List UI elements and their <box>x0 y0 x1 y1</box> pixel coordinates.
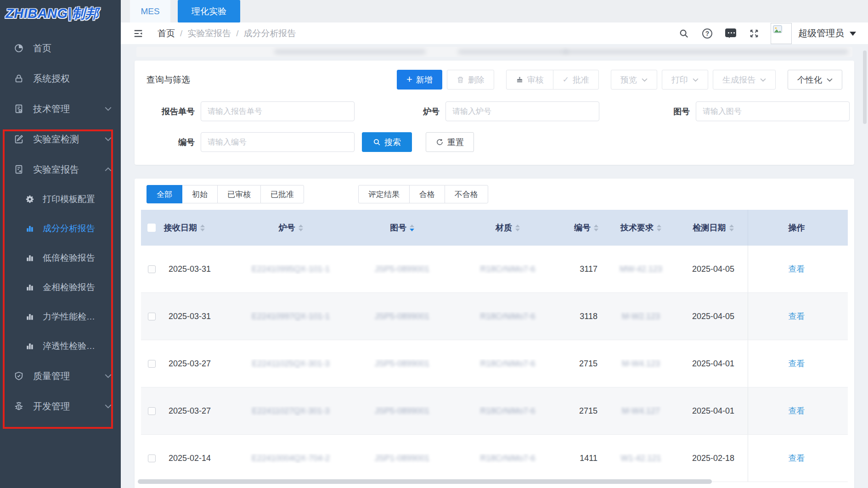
column-header-1[interactable]: 接收日期 <box>162 222 231 233</box>
furnace-no-input[interactable] <box>445 101 599 121</box>
avatar[interactable] <box>771 23 792 44</box>
cell-value: 2025-02-14 <box>169 454 211 463</box>
cell-tech_req: M-W4.123 <box>603 359 679 369</box>
column-header-2[interactable]: 炉号 <box>231 222 350 233</box>
status-tab-1[interactable]: 初始 <box>182 185 218 203</box>
search-button[interactable]: 搜索 <box>362 132 412 152</box>
row-checkbox[interactable] <box>148 313 156 320</box>
result-tab-2[interactable]: 不合格 <box>445 185 488 203</box>
bug-icon <box>14 401 24 411</box>
sidebar-item-lab-report[interactable]: 实验室报告 <box>0 154 121 185</box>
result-tab-0[interactable]: 评定结果 <box>358 185 410 203</box>
preview-button[interactable]: 预览 <box>611 70 657 90</box>
print-button[interactable]: 打印 <box>662 70 708 90</box>
column-header-6[interactable]: 技术要求 <box>603 222 679 233</box>
row-select-cell <box>141 265 162 273</box>
breadcrumb-lab-report[interactable]: 实验室报告 <box>187 28 231 39</box>
sidebar-item-mechanical-property-report[interactable]: 力学性能检… <box>0 302 121 331</box>
column-header-3[interactable]: 图号 <box>350 222 454 233</box>
column-label: 编号 <box>574 222 591 233</box>
reset-button[interactable]: 重置 <box>426 132 474 152</box>
sidebar-item-lab-test[interactable]: 实验室检测 <box>0 124 121 154</box>
menu-fold-icon[interactable] <box>133 28 144 39</box>
cell-furnace_no: E22410995QX-101-1 <box>231 264 350 274</box>
sidebar-item-quality-mgmt[interactable]: 质量管理 <box>0 361 121 391</box>
fullscreen-icon[interactable] <box>749 28 760 39</box>
result-tab-1[interactable]: 合格 <box>409 185 445 203</box>
sort-icon[interactable] <box>515 224 520 231</box>
personalize-button[interactable]: 个性化 <box>788 70 842 90</box>
cell-value: 2025-03-31 <box>169 264 211 274</box>
table-row: 2025-03-27E22411025QX-301-3JSP5-0899001R… <box>141 340 848 387</box>
sort-icon[interactable] <box>299 224 303 231</box>
generate-report-button[interactable]: 生成报告 <box>713 70 776 90</box>
view-link[interactable]: 查看 <box>789 264 805 275</box>
cell-value: E22410995QX-101-1 <box>252 264 330 274</box>
sidebar-item-composition-analysis-report[interactable]: 成分分析报告 <box>0 214 121 243</box>
row-checkbox[interactable] <box>148 360 156 368</box>
sidebar-item-system-auth[interactable]: 系统授权 <box>0 63 121 94</box>
sort-icon[interactable] <box>594 224 598 231</box>
user-menu-caret-icon[interactable] <box>850 32 856 39</box>
user-name[interactable]: 超级管理员 <box>798 27 844 39</box>
tab-mes[interactable]: MES <box>130 0 170 22</box>
sidebar-item-metallographic-report[interactable]: 金相检验报告 <box>0 273 121 302</box>
help-icon[interactable]: ? <box>702 28 713 39</box>
horizontal-scrollbar[interactable] <box>138 479 712 484</box>
row-checkbox[interactable] <box>148 454 156 462</box>
vertical-scrollbar[interactable] <box>863 50 867 124</box>
sidebar-item-label: 金相检验报告 <box>43 281 95 293</box>
view-link[interactable]: 查看 <box>789 311 805 322</box>
sidebar-item-dev-mgmt[interactable]: 开发管理 <box>0 391 121 421</box>
cell-receive_date: 2025-03-31 <box>162 312 231 321</box>
row-checkbox[interactable] <box>148 265 156 273</box>
cell-serial_no: 1411 <box>562 454 603 463</box>
review-button[interactable]: 审核 <box>506 70 553 90</box>
status-tab-0[interactable]: 全部 <box>147 185 182 203</box>
sort-icon[interactable] <box>200 224 205 231</box>
column-label: 技术要求 <box>620 222 654 233</box>
column-header-5[interactable]: 编号 <box>562 222 603 233</box>
tab-physchem-lab[interactable]: 理化实验 <box>178 0 240 22</box>
status-tab-2[interactable]: 已审核 <box>217 185 261 203</box>
report-no-label: 报告单号 <box>147 106 195 117</box>
sidebar-item-print-template-config[interactable]: 打印模板配置 <box>0 185 121 214</box>
cell-value: 2715 <box>579 406 597 416</box>
drawing-no-input[interactable] <box>696 101 850 121</box>
table-row: 2025-03-31E22410995QX-101-1JSP5-0899001R… <box>141 246 848 293</box>
sort-icon[interactable] <box>657 224 661 231</box>
cell-drawing_no: JSP5-0899001 <box>350 312 454 321</box>
row-select-cell <box>141 313 162 320</box>
view-link[interactable]: 查看 <box>789 453 805 464</box>
view-link[interactable]: 查看 <box>789 358 805 369</box>
top-tab-bar: MES 理化实验 <box>121 0 868 22</box>
row-checkbox[interactable] <box>148 407 156 415</box>
search-icon[interactable] <box>678 28 689 39</box>
refresh-icon <box>436 138 444 146</box>
select-all-checkbox[interactable] <box>147 224 156 232</box>
delete-button[interactable]: 删除 <box>447 70 494 90</box>
sidebar-item-label: 系统授权 <box>33 73 70 85</box>
message-icon[interactable] <box>725 28 736 39</box>
breadcrumb-home[interactable]: 首页 <box>158 28 175 39</box>
column-header-7[interactable]: 检测日期 <box>679 222 748 233</box>
approve-button[interactable]: ✓ 批准 <box>553 70 599 90</box>
add-button[interactable]: + 新增 <box>397 70 442 90</box>
view-link[interactable]: 查看 <box>789 405 805 416</box>
serial-no-input[interactable] <box>201 132 355 152</box>
sidebar-item-low-magnification-report[interactable]: 低倍检验报告 <box>0 243 121 273</box>
row-actions-cell: 查看 <box>748 246 845 292</box>
sidebar-menu: 首页系统授权技术管理实验室检测实验室报告打印模板配置成分分析报告低倍检验报告金相… <box>0 28 121 421</box>
column-header-4[interactable]: 材质 <box>454 222 562 233</box>
sidebar-item-hardenability-report[interactable]: 淬透性检验… <box>0 331 121 361</box>
sidebar-item-tech-mgmt[interactable]: 技术管理 <box>0 94 121 124</box>
sidebar-item-home[interactable]: 首页 <box>0 33 121 63</box>
bar-chart-icon <box>25 342 34 351</box>
report-no-input[interactable] <box>201 101 355 121</box>
cell-tech_req: M-W4.127 <box>603 406 679 416</box>
sort-icon[interactable] <box>729 224 734 231</box>
sidebar-item-label: 力学性能检… <box>43 311 95 323</box>
sort-icon[interactable] <box>410 224 414 231</box>
chevron-up-icon <box>105 167 112 172</box>
status-tab-3[interactable]: 已批准 <box>260 185 304 203</box>
